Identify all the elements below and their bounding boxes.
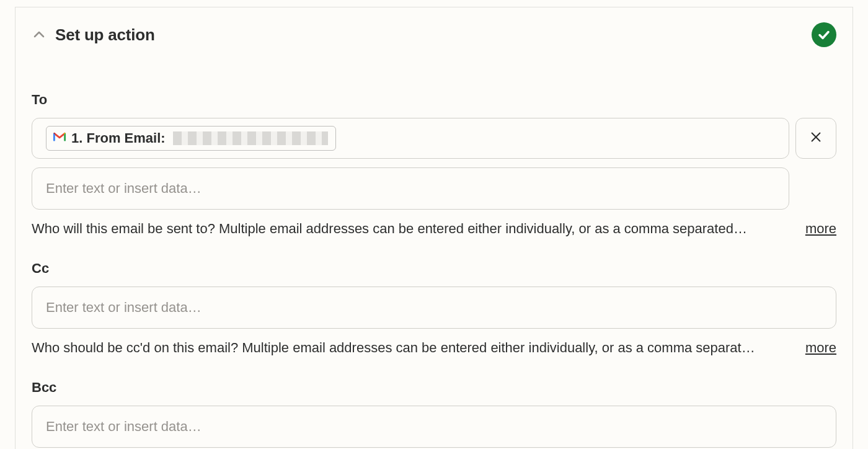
section-header: Set up action [32, 22, 836, 47]
field-label-to: To [32, 92, 836, 108]
field-label-bcc: Bcc [32, 380, 836, 396]
to-data-chip[interactable]: 1. From Email: [46, 126, 336, 151]
field-to: To [32, 92, 836, 237]
clear-to-button[interactable] [795, 118, 836, 159]
bcc-input[interactable] [32, 406, 836, 448]
to-more-link[interactable]: more [805, 221, 836, 237]
cc-more-link[interactable]: more [805, 340, 836, 356]
field-bcc: Bcc Who should be bcc'd on this email? M… [32, 380, 836, 449]
section-title: Set up action [55, 25, 812, 45]
chevron-up-icon[interactable] [32, 27, 46, 42]
status-complete-icon [812, 22, 836, 47]
to-help-text: Who will this email be sent to? Multiple… [32, 221, 790, 237]
gmail-icon [53, 131, 66, 145]
action-panel: Set up action To [15, 7, 853, 449]
cc-input[interactable] [32, 287, 836, 329]
to-input[interactable] [32, 167, 789, 210]
cc-help-text: Who should be cc'd on this email? Multip… [32, 340, 790, 356]
chip-value-obscured [173, 131, 328, 145]
field-label-cc: Cc [32, 260, 836, 277]
chip-label: 1. From Email: [71, 130, 166, 146]
field-cc: Cc Who should be cc'd on this email? Mul… [32, 260, 836, 356]
close-icon [809, 128, 823, 148]
to-chip-container[interactable]: 1. From Email: [32, 118, 789, 159]
